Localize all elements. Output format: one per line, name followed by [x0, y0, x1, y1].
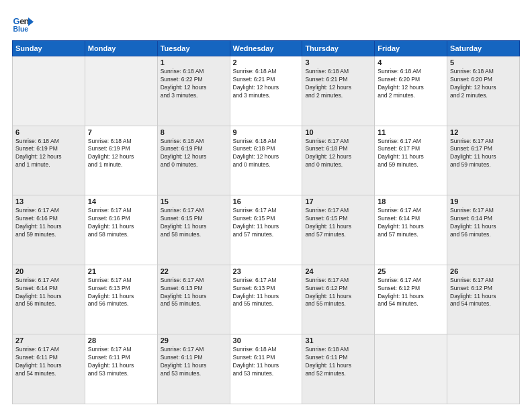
day-info: Sunrise: 6:17 AM Sunset: 6:14 PM Dayligh… — [15, 277, 82, 309]
weekday-header-wednesday: Wednesday — [230, 41, 302, 56]
day-info: Sunrise: 6:17 AM Sunset: 6:14 PM Dayligh… — [450, 207, 517, 239]
calendar-cell: 28Sunrise: 6:17 AM Sunset: 6:11 PM Dayli… — [85, 334, 157, 404]
day-number: 1 — [161, 58, 227, 66]
calendar-cell: 2Sunrise: 6:18 AM Sunset: 6:21 PM Daylig… — [230, 56, 302, 126]
day-number: 27 — [15, 336, 82, 345]
calendar-cell: 9Sunrise: 6:18 AM Sunset: 6:18 PM Daylig… — [230, 126, 302, 195]
calendar-cell: 15Sunrise: 6:17 AM Sunset: 6:15 PM Dayli… — [157, 195, 230, 265]
calendar-cell: 1Sunrise: 6:18 AM Sunset: 6:22 PM Daylig… — [157, 56, 230, 126]
calendar-cell: 16Sunrise: 6:17 AM Sunset: 6:15 PM Dayli… — [230, 195, 302, 265]
day-info: Sunrise: 6:17 AM Sunset: 6:13 PM Dayligh… — [161, 277, 227, 309]
day-info: Sunrise: 6:17 AM Sunset: 6:17 PM Dayligh… — [450, 138, 517, 170]
day-info: Sunrise: 6:18 AM Sunset: 6:19 PM Dayligh… — [15, 138, 82, 170]
day-number: 10 — [305, 128, 371, 136]
weekday-header-thursday: Thursday — [302, 41, 375, 56]
day-info: Sunrise: 6:17 AM Sunset: 6:13 PM Dayligh… — [88, 277, 154, 309]
day-number: 25 — [378, 267, 444, 275]
calendar-cell: 21Sunrise: 6:17 AM Sunset: 6:13 PM Dayli… — [85, 265, 157, 334]
calendar-row-4: 20Sunrise: 6:17 AM Sunset: 6:14 PM Dayli… — [13, 265, 520, 334]
day-info: Sunrise: 6:17 AM Sunset: 6:15 PM Dayligh… — [305, 207, 371, 239]
calendar-cell — [375, 334, 447, 404]
day-info: Sunrise: 6:18 AM Sunset: 6:18 PM Dayligh… — [233, 138, 300, 170]
calendar-cell: 26Sunrise: 6:17 AM Sunset: 6:12 PM Dayli… — [447, 265, 520, 334]
svg-marker-3 — [28, 17, 34, 26]
calendar-cell: 3Sunrise: 6:18 AM Sunset: 6:21 PM Daylig… — [302, 56, 375, 126]
day-info: Sunrise: 6:18 AM Sunset: 6:11 PM Dayligh… — [233, 346, 300, 378]
calendar-cell: 12Sunrise: 6:17 AM Sunset: 6:17 PM Dayli… — [447, 126, 520, 195]
day-number: 2 — [233, 58, 300, 66]
weekday-header-friday: Friday — [375, 41, 447, 56]
calendar-cell: 13Sunrise: 6:17 AM Sunset: 6:16 PM Dayli… — [13, 195, 85, 265]
calendar-cell: 8Sunrise: 6:18 AM Sunset: 6:19 PM Daylig… — [157, 126, 230, 195]
calendar-row-5: 27Sunrise: 6:17 AM Sunset: 6:11 PM Dayli… — [13, 334, 520, 404]
day-number: 30 — [233, 336, 300, 345]
weekday-header-tuesday: Tuesday — [157, 41, 230, 56]
calendar-cell: 5Sunrise: 6:18 AM Sunset: 6:20 PM Daylig… — [447, 56, 520, 126]
day-info: Sunrise: 6:18 AM Sunset: 6:19 PM Dayligh… — [161, 138, 227, 170]
day-number: 9 — [233, 128, 300, 136]
calendar-cell: 23Sunrise: 6:17 AM Sunset: 6:13 PM Dayli… — [230, 265, 302, 334]
day-info: Sunrise: 6:17 AM Sunset: 6:12 PM Dayligh… — [305, 277, 371, 309]
day-number: 16 — [233, 197, 300, 205]
weekday-header-saturday: Saturday — [447, 41, 520, 56]
logo-icon: G e n Blue — [12, 12, 34, 34]
calendar-table: SundayMondayTuesdayWednesdayThursdayFrid… — [12, 40, 520, 404]
svg-text:Blue: Blue — [13, 26, 29, 33]
calendar-cell: 27Sunrise: 6:17 AM Sunset: 6:11 PM Dayli… — [13, 334, 85, 404]
day-info: Sunrise: 6:17 AM Sunset: 6:11 PM Dayligh… — [88, 346, 154, 378]
day-info: Sunrise: 6:18 AM Sunset: 6:20 PM Dayligh… — [450, 68, 517, 100]
calendar-cell: 18Sunrise: 6:17 AM Sunset: 6:14 PM Dayli… — [375, 195, 447, 265]
day-info: Sunrise: 6:17 AM Sunset: 6:18 PM Dayligh… — [305, 138, 371, 170]
day-number: 17 — [305, 197, 371, 205]
calendar-cell — [85, 56, 157, 126]
calendar-cell: 20Sunrise: 6:17 AM Sunset: 6:14 PM Dayli… — [13, 265, 85, 334]
day-number: 22 — [161, 267, 227, 275]
day-number: 11 — [378, 128, 444, 136]
calendar-cell: 31Sunrise: 6:18 AM Sunset: 6:11 PM Dayli… — [302, 334, 375, 404]
calendar-row-2: 6Sunrise: 6:18 AM Sunset: 6:19 PM Daylig… — [13, 126, 520, 195]
day-number: 12 — [450, 128, 517, 136]
day-info: Sunrise: 6:17 AM Sunset: 6:14 PM Dayligh… — [378, 207, 444, 239]
day-info: Sunrise: 6:17 AM Sunset: 6:15 PM Dayligh… — [233, 207, 300, 239]
day-number: 31 — [305, 336, 371, 345]
day-info: Sunrise: 6:17 AM Sunset: 6:12 PM Dayligh… — [450, 277, 517, 309]
weekday-header-row: SundayMondayTuesdayWednesdayThursdayFrid… — [13, 41, 520, 56]
day-number: 15 — [161, 197, 227, 205]
calendar-row-3: 13Sunrise: 6:17 AM Sunset: 6:16 PM Dayli… — [13, 195, 520, 265]
day-number: 13 — [15, 197, 82, 205]
calendar-cell: 7Sunrise: 6:18 AM Sunset: 6:19 PM Daylig… — [85, 126, 157, 195]
day-number: 3 — [305, 58, 371, 66]
day-info: Sunrise: 6:18 AM Sunset: 6:19 PM Dayligh… — [88, 138, 154, 170]
calendar-cell: 22Sunrise: 6:17 AM Sunset: 6:13 PM Dayli… — [157, 265, 230, 334]
day-info: Sunrise: 6:17 AM Sunset: 6:11 PM Dayligh… — [161, 346, 227, 378]
day-info: Sunrise: 6:18 AM Sunset: 6:21 PM Dayligh… — [233, 68, 300, 100]
day-number: 19 — [450, 197, 517, 205]
calendar-cell: 17Sunrise: 6:17 AM Sunset: 6:15 PM Dayli… — [302, 195, 375, 265]
day-number: 21 — [88, 267, 154, 275]
day-number: 7 — [88, 128, 154, 136]
day-info: Sunrise: 6:17 AM Sunset: 6:15 PM Dayligh… — [161, 207, 227, 239]
day-number: 20 — [15, 267, 82, 275]
calendar-cell: 24Sunrise: 6:17 AM Sunset: 6:12 PM Dayli… — [302, 265, 375, 334]
day-number: 26 — [450, 267, 517, 275]
day-info: Sunrise: 6:17 AM Sunset: 6:17 PM Dayligh… — [378, 138, 444, 170]
calendar-cell: 4Sunrise: 6:18 AM Sunset: 6:20 PM Daylig… — [375, 56, 447, 126]
calendar-cell: 25Sunrise: 6:17 AM Sunset: 6:12 PM Dayli… — [375, 265, 447, 334]
day-info: Sunrise: 6:18 AM Sunset: 6:20 PM Dayligh… — [378, 68, 444, 100]
day-number: 6 — [15, 128, 82, 136]
calendar-cell: 14Sunrise: 6:17 AM Sunset: 6:16 PM Dayli… — [85, 195, 157, 265]
svg-text:G: G — [13, 16, 20, 26]
calendar-row-1: 1Sunrise: 6:18 AM Sunset: 6:22 PM Daylig… — [13, 56, 520, 126]
day-info: Sunrise: 6:17 AM Sunset: 6:12 PM Dayligh… — [378, 277, 444, 309]
day-number: 28 — [88, 336, 154, 345]
calendar-cell: 30Sunrise: 6:18 AM Sunset: 6:11 PM Dayli… — [230, 334, 302, 404]
calendar-cell: 19Sunrise: 6:17 AM Sunset: 6:14 PM Dayli… — [447, 195, 520, 265]
day-number: 14 — [88, 197, 154, 205]
page: G e n Blue SundayMondayTuesdayWednesdayT… — [0, 0, 532, 411]
day-number: 5 — [450, 58, 517, 66]
logo: G e n Blue — [12, 12, 36, 34]
calendar-cell: 10Sunrise: 6:17 AM Sunset: 6:18 PM Dayli… — [302, 126, 375, 195]
calendar-cell — [447, 334, 520, 404]
day-number: 4 — [378, 58, 444, 66]
day-info: Sunrise: 6:17 AM Sunset: 6:16 PM Dayligh… — [88, 207, 154, 239]
